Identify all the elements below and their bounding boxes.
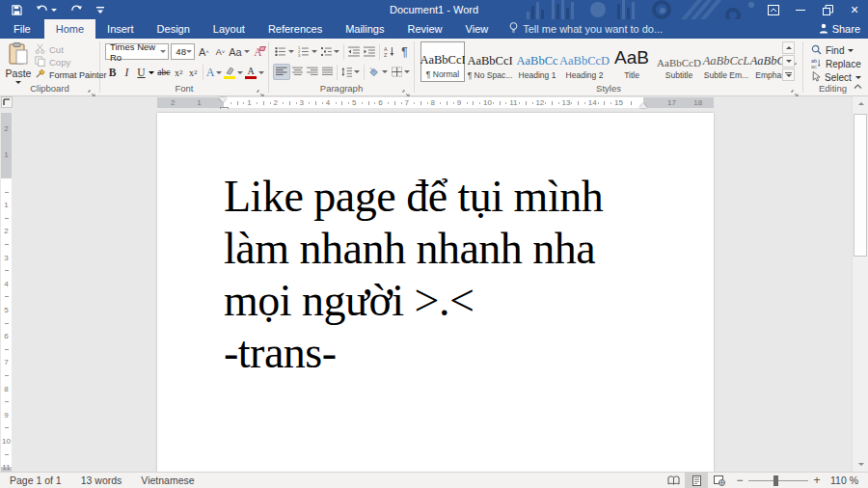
- font-name-combobox[interactable]: Times New Ro: [105, 43, 169, 60]
- ruler-tick: [270, 102, 271, 104]
- close-icon[interactable]: ×: [841, 0, 868, 19]
- style-heading2[interactable]: AaBbCcD Heading 2: [562, 41, 607, 82]
- ruler-number: 18: [693, 98, 702, 107]
- cut-button[interactable]: Cut: [35, 43, 98, 56]
- tab-insert[interactable]: Insert: [95, 19, 146, 39]
- ruler-tick: [5, 323, 9, 324]
- tab-view[interactable]: View: [454, 19, 501, 39]
- style-subtitle[interactable]: AaBbCcD Subtitle: [657, 41, 701, 82]
- ruler-tick: [5, 192, 9, 193]
- clipboard-dialog-launcher[interactable]: [88, 85, 96, 94]
- zoom-out-button[interactable]: −: [731, 474, 748, 487]
- style-title[interactable]: AaB Title: [610, 41, 654, 82]
- page-indicator[interactable]: Page 1 of 1: [0, 473, 71, 488]
- horizontal-ruler[interactable]: 21 123456789101112131415 1718: [157, 97, 714, 108]
- redo-icon[interactable]: [70, 5, 83, 14]
- restore-icon[interactable]: [814, 0, 841, 19]
- collapse-ribbon-icon[interactable]: [854, 76, 862, 94]
- copy-button[interactable]: Copy: [35, 56, 98, 68]
- strikethrough-button[interactable]: abc: [156, 65, 172, 81]
- document-page[interactable]: Like page để tụi mình làm nhanh nhanh nh…: [157, 113, 714, 472]
- style-subtle-emphasis[interactable]: AaBbCcL Subtle Em...: [704, 41, 748, 82]
- font-color-button[interactable]: A: [244, 65, 265, 81]
- style-heading1[interactable]: AaBbCc Heading 1: [515, 41, 559, 82]
- replace-button[interactable]: abac Replace: [811, 57, 868, 70]
- align-center-button[interactable]: [290, 64, 306, 80]
- tab-stop-selector[interactable]: [1, 96, 13, 108]
- clear-formatting-button[interactable]: A: [251, 43, 265, 60]
- styles-scroll-down-icon[interactable]: [782, 55, 795, 68]
- text-effects-button[interactable]: A: [205, 65, 224, 81]
- vertical-ruler[interactable]: 1234567891011 21: [0, 109, 13, 472]
- ruler-number: 6: [1, 332, 12, 340]
- format-painter-button[interactable]: Format Painter: [35, 68, 98, 81]
- status-bar: Page 1 of 1 13 words Vietnamese − + 110 …: [0, 472, 868, 488]
- ribbon-display-options-icon[interactable]: [760, 0, 787, 19]
- numbering-button[interactable]: 123: [296, 43, 319, 60]
- underline-button[interactable]: U: [134, 65, 149, 81]
- document-text[interactable]: Like page để tụi mình làm nhanh nhanh nh…: [224, 171, 603, 379]
- zoom-slider-thumb[interactable]: [773, 475, 778, 486]
- line-spacing-button[interactable]: [339, 64, 362, 80]
- paragraph-dialog-launcher[interactable]: [402, 85, 411, 94]
- decrease-indent-button[interactable]: [346, 43, 362, 60]
- show-hide-pilcrow-button[interactable]: ¶: [397, 43, 412, 60]
- align-right-button[interactable]: [305, 64, 320, 80]
- scroll-up-icon[interactable]: [853, 96, 868, 111]
- read-mode-button[interactable]: [662, 473, 685, 488]
- print-layout-button[interactable]: [685, 473, 708, 488]
- clipboard-icon: [8, 42, 29, 68]
- tab-file[interactable]: File: [0, 19, 44, 39]
- tell-me-box[interactable]: Tell me what you want to do...: [500, 19, 663, 39]
- bold-button[interactable]: B: [105, 65, 120, 81]
- ruler-tick: [505, 102, 506, 104]
- tab-review[interactable]: Review: [396, 19, 454, 39]
- style-heading2-label: Heading 2: [566, 70, 604, 80]
- styles-group-label: Styles: [415, 83, 802, 94]
- minimize-icon[interactable]: [787, 0, 814, 19]
- share-button[interactable]: Share: [819, 19, 860, 39]
- zoom-in-button[interactable]: +: [808, 474, 826, 487]
- highlight-button[interactable]: [223, 65, 244, 81]
- shading-button[interactable]: [366, 64, 389, 80]
- grow-font-button[interactable]: A˄: [197, 43, 211, 60]
- increase-indent-button[interactable]: [362, 43, 377, 60]
- language-indicator[interactable]: Vietnamese: [131, 473, 203, 488]
- tab-design[interactable]: Design: [146, 19, 202, 39]
- customize-qat-icon[interactable]: [96, 6, 104, 14]
- scroll-down-icon[interactable]: [853, 457, 868, 472]
- style-normal[interactable]: AaBbCcI ¶ Normal: [420, 41, 465, 82]
- shrink-font-button[interactable]: A˅: [213, 43, 228, 60]
- font-size-combobox[interactable]: 48: [171, 43, 195, 60]
- sort-button[interactable]: AZ: [382, 43, 397, 60]
- styles-gallery-more-icon[interactable]: [782, 68, 795, 81]
- tab-references[interactable]: References: [257, 19, 334, 39]
- right-indent-marker[interactable]: [639, 103, 647, 108]
- save-icon[interactable]: [12, 5, 22, 15]
- bullets-button[interactable]: [273, 43, 296, 60]
- font-dialog-launcher[interactable]: [257, 85, 265, 94]
- tab-home[interactable]: Home: [44, 19, 95, 39]
- borders-button[interactable]: [390, 64, 412, 80]
- undo-icon[interactable]: [36, 5, 57, 14]
- find-button[interactable]: Find: [811, 43, 868, 57]
- zoom-slider[interactable]: [748, 473, 808, 488]
- style-no-spacing[interactable]: AaBbCcI ¶ No Spac...: [468, 41, 512, 82]
- italic-button[interactable]: I: [120, 65, 134, 81]
- subscript-button[interactable]: x2: [172, 65, 186, 81]
- superscript-button[interactable]: x2: [186, 65, 201, 81]
- scrollbar-thumb[interactable]: [854, 114, 867, 257]
- justify-button[interactable]: [320, 64, 336, 80]
- zoom-percentage[interactable]: 110 %: [826, 474, 868, 486]
- tab-layout[interactable]: Layout: [202, 19, 257, 39]
- styles-scroll-up-icon[interactable]: [782, 41, 795, 54]
- vertical-scrollbar[interactable]: [852, 96, 868, 472]
- first-line-indent-marker[interactable]: [219, 97, 227, 102]
- styles-dialog-launcher[interactable]: [791, 85, 800, 94]
- word-count[interactable]: 13 words: [71, 473, 132, 488]
- multilevel-list-button[interactable]: [319, 43, 342, 60]
- change-case-button[interactable]: Aa: [230, 43, 249, 60]
- tab-mailings[interactable]: Mailings: [334, 19, 395, 39]
- align-left-button[interactable]: [273, 64, 290, 80]
- web-layout-button[interactable]: [708, 473, 731, 488]
